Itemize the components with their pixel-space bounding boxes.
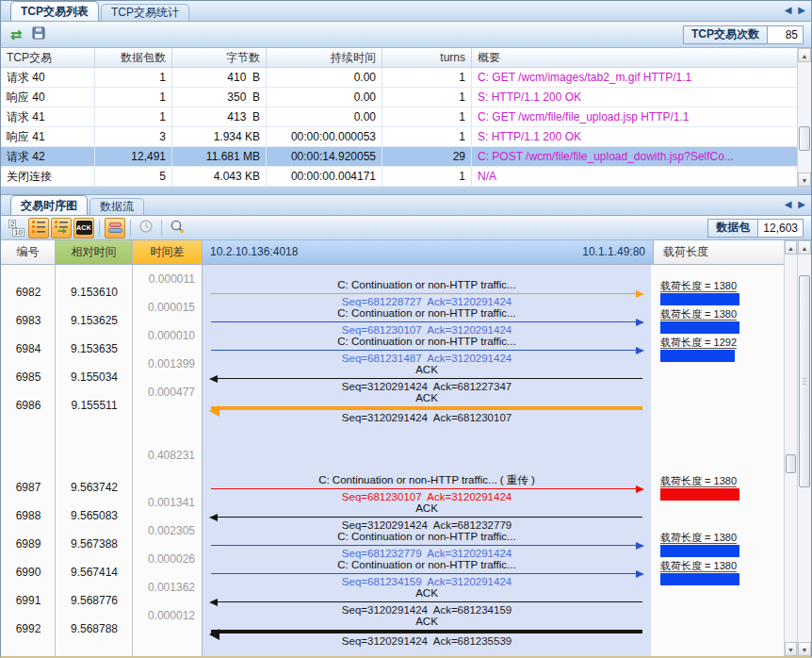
diagram-row[interactable]: 69909.5674140.000026C: Continuation or n… [1,559,784,587]
cell-time-diff: 0.000477 [133,392,203,420]
diagram-row[interactable]: 69889.5650830.001341ACKSeq=3120291424 Ac… [1,502,784,531]
col-header-packets[interactable]: 数据包数 [95,48,172,67]
cell-transaction: 请求 40 [1,68,95,87]
diagram-scroll-track[interactable] [785,255,797,642]
tab-data-stream[interactable]: 数据流 [89,198,144,215]
tcp-transaction-counter: TCP交易次数 85 [683,25,804,44]
scroll-up-icon[interactable]: ▲ [785,240,797,255]
bottom-toolbar: 2 10 [1,216,811,240]
packet-arrow-line [211,601,642,602]
clock-button[interactable] [136,218,156,239]
table-scrollbar[interactable]: ▲ ▼ [797,48,811,187]
highlight-button[interactable] [105,218,125,239]
col-header-time-diff[interactable]: 时间差 [133,240,203,264]
time-diff-value: 0.002305 [148,524,195,537]
cell-payload: 载荷长度 = 1380 [651,559,781,587]
payload-length-label: 载荷长度 = 1380 [660,560,737,572]
diagram-row[interactable]: 69839.1536250.000015C: Continuation or n… [1,307,784,336]
pane-scroll-track[interactable] [798,255,811,642]
table-row[interactable]: 请求 401410 B0.001C: GET /wcm/images/tab2_… [1,68,797,88]
diagram-row[interactable]: 69899.5673880.002305C: Continuation or n… [1,531,784,559]
table-row[interactable]: 响应 401350 B0.001S: HTTP/1.1 200 OK [1,88,797,107]
analyze-transactions-icon: ⇄ [10,27,23,41]
radix-button[interactable]: 2 10 [6,218,26,239]
scroll-up-icon[interactable]: ▲ [798,48,811,62]
cell-bytes: 11.681 MB [172,147,267,166]
cell-transaction: 响应 41 [1,127,95,146]
pane-scroll-thumb[interactable] [799,275,810,487]
pane-splitter[interactable] [1,187,811,194]
packet-arrowhead-icon [209,629,219,640]
cell-transaction: 关闭连接 [1,167,95,186]
scroll-down-icon[interactable]: ▼ [798,642,811,656]
tcp-table: TCP交易 数据包数 字节数 持续时间 turns 概要 请求 401410 B… [1,48,797,187]
table-row[interactable]: 响应 4131.934 KB00:00:00.0000531S: HTTP/1.… [1,127,797,147]
time-diff-value: 0.000477 [148,386,195,399]
tab-tcp-transaction-list[interactable]: TCP交易列表 [10,1,99,21]
table-row[interactable]: 请求 411413 B0.001C: GET /wcm/file/file_up… [1,107,797,127]
diagram-row[interactable]: 69879.563742C: Continuation or non-HTTP … [1,474,784,502]
packet-arrowhead-icon [636,570,644,578]
diagram-wrap: 编号 相对时间 时间差 10.2.10.136:4018 10.1.1.49:8… [1,240,811,656]
diagram-row[interactable]: 69859.1550340.001399ACKSeq=3120291424 Ac… [1,364,784,392]
col-header-number[interactable]: 编号 [1,240,56,264]
radix-icon: 2 10 [8,220,24,237]
cell-payload: 载荷长度 = 1292 [651,336,781,364]
scroll-down-icon[interactable]: ▼ [785,642,797,656]
cell-relative-time: 9.153625 [56,307,133,336]
tab-scroll-left-icon[interactable]: ◀ [785,199,792,209]
pane-scrollbar[interactable]: ▲ ▼ [797,240,811,656]
packet-arrow-cell: ACKSeq=3120291424 Ack=681235539 [203,616,651,644]
col-header-summary[interactable]: 概要 [472,48,797,67]
packet-list-arrow-button[interactable] [51,218,72,239]
col-header-payload[interactable]: 载荷长度 [654,240,784,264]
cell-summary: C: POST /wcm/file/file_upload_dowith.jsp… [472,147,797,166]
cell-number: 6983 [1,307,56,336]
table-scroll-thumb[interactable] [799,126,810,151]
sequence-pane: 交易时序图 数据流 ◀ ▶ 2 10 [1,194,811,656]
cell-number: 6986 [1,392,56,420]
cell-packets: 1 [95,68,172,87]
col-header-transaction[interactable]: TCP交易 [1,48,95,67]
diagram-row[interactable]: 69829.1536100.000011C: Continuation or n… [1,279,784,307]
packet-seq-ack: Seq=3120291424 Ack=681235539 [208,635,645,647]
save-button[interactable] [28,25,49,45]
packet-seq-ack: Seq=3120291424 Ack=681227347 [208,381,645,392]
scroll-up-icon[interactable]: ▲ [798,240,811,255]
packet-arrow-line [211,545,642,546]
sequence-diagram: 编号 相对时间 时间差 10.2.10.136:4018 10.1.1.49:8… [1,240,784,656]
tab-sequence-diagram[interactable]: 交易时序图 [10,195,88,215]
diagram-scroll-thumb[interactable] [786,454,796,473]
table-scroll-track[interactable] [798,62,811,173]
tcp-table-body: 请求 401410 B0.001C: GET /wcm/images/tab2_… [1,68,797,187]
col-header-turns[interactable]: turns [382,48,472,67]
tcp-transaction-window: TCP交易列表 TCP交易统计 ◀ ▶ ⇄ TCP交易次数 85 [0,0,812,658]
col-header-relative-time[interactable]: 相对时间 [56,240,133,264]
tab-scroll-right-icon[interactable]: ▶ [798,5,805,15]
table-row[interactable]: 请求 4212,49111.681 MB00:00:14.92005529C: … [1,147,797,167]
tab-scroll-left-icon[interactable]: ◀ [785,5,792,15]
tab-scroll-right-icon[interactable]: ▶ [798,199,805,209]
diagram-row[interactable]: 69929.5687880.000012ACKSeq=3120291424 Ac… [1,616,784,644]
payload-length-label: 载荷长度 = 1380 [660,280,737,292]
packet-label: C: Continuation or non-HTTP traffic... (… [208,474,645,486]
packet-label: ACK [208,616,645,628]
scroll-down-icon[interactable]: ▼ [798,173,811,187]
packet-list-button[interactable] [28,218,49,239]
packet-arrow-cell: ACKSeq=3120291424 Ack=681230107 [203,392,651,420]
zoom-button[interactable] [167,218,187,239]
cell-number: 6988 [1,502,56,531]
diagram-scrollbar[interactable]: ▲ ▼ [784,240,797,656]
ack-toggle-button[interactable]: ACK [73,218,94,239]
cell-turns: 1 [382,68,472,87]
col-header-bytes[interactable]: 字节数 [172,48,267,67]
packet-arrowhead-icon [636,485,644,493]
diagram-row[interactable]: 69849.1536350.000010C: Continuation or n… [1,336,784,364]
diagram-row[interactable]: 69869.1555110.000477ACKSeq=3120291424 Ac… [1,392,784,420]
analyze-transactions-button[interactable]: ⇄ [6,25,26,45]
time-diff-value: 0.001341 [148,496,195,509]
table-row[interactable]: 关闭连接54.043 KB00:00:00.0041711N/A [1,167,797,187]
diagram-row[interactable]: 69919.5687760.001362ACKSeq=3120291424 Ac… [1,587,784,616]
tab-tcp-transaction-stats[interactable]: TCP交易统计 [101,4,189,21]
col-header-duration[interactable]: 持续时间 [267,48,382,67]
